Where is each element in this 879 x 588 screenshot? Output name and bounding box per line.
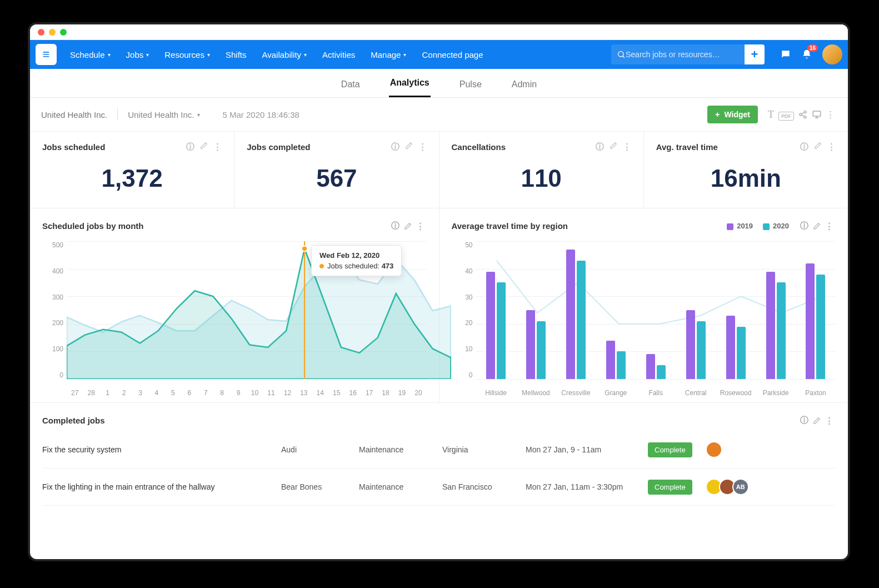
chart-title: Scheduled jobs by month — [42, 221, 144, 231]
info-icon[interactable]: ⓘ — [798, 413, 811, 428]
edit-icon[interactable] — [811, 415, 823, 427]
nav-schedule[interactable]: Schedule▾ — [63, 46, 117, 64]
bar[interactable] — [537, 321, 546, 379]
nav-activities[interactable]: Activities — [316, 46, 362, 64]
bar[interactable] — [697, 321, 706, 379]
tab-pulse[interactable]: Pulse — [458, 72, 483, 97]
nav-availability[interactable]: Availability▾ — [255, 46, 313, 64]
nav-jobs[interactable]: Jobs▾ — [119, 46, 156, 64]
bar-group — [676, 241, 716, 379]
tab-analytics[interactable]: Analytics — [389, 70, 431, 97]
bar[interactable] — [577, 261, 586, 379]
context-dropdown[interactable]: United Health Inc. ▾ — [128, 110, 200, 119]
more-icon[interactable]: ⋮ — [623, 142, 631, 152]
tab-admin[interactable]: Admin — [511, 72, 538, 97]
bar[interactable] — [606, 341, 615, 379]
search-icon — [617, 50, 626, 59]
bar[interactable] — [526, 310, 535, 379]
more-icon[interactable]: ⋮ — [213, 142, 222, 152]
edit-icon[interactable] — [814, 142, 822, 152]
legend-item[interactable]: 2020 — [763, 222, 789, 230]
info-icon[interactable]: ⓘ — [389, 218, 402, 233]
edit-icon[interactable] — [200, 142, 208, 152]
chevron-down-icon: ▾ — [403, 52, 406, 58]
more-icon[interactable]: ⋮ — [418, 142, 427, 152]
share-icon[interactable] — [796, 108, 810, 121]
kpi-card: Avg. travel time ⓘ ⋮ 16min — [644, 132, 848, 208]
top-nav: ≡ Schedule▾Jobs▾Resources▾ShiftsAvailabi… — [30, 40, 848, 69]
job-time: Mon 27 Jan, 11am - 3:30pm — [526, 482, 648, 491]
complete-button[interactable]: Complete — [648, 442, 692, 457]
svg-point-3 — [804, 116, 806, 118]
bar[interactable] — [566, 250, 575, 379]
info-icon[interactable]: ⓘ — [596, 142, 604, 152]
assignee-avatar[interactable]: AB — [732, 479, 749, 495]
bar-group — [596, 241, 636, 379]
complete-button[interactable]: Complete — [648, 480, 692, 495]
section-title: Completed jobs — [42, 416, 105, 425]
kpi-label: Avg. travel time — [656, 142, 718, 152]
legend-item[interactable]: 2019 — [727, 222, 753, 230]
chat-icon[interactable] — [780, 49, 791, 60]
user-avatar[interactable] — [822, 44, 842, 64]
bar[interactable] — [686, 310, 695, 379]
bar[interactable] — [486, 272, 495, 379]
add-button[interactable]: + — [745, 44, 765, 64]
close-window-icon[interactable] — [38, 29, 44, 36]
kpi-value: 567 — [247, 165, 426, 192]
minimize-window-icon[interactable] — [49, 29, 56, 36]
page-tabs: DataAnalyticsPulseAdmin — [30, 69, 848, 98]
info-icon[interactable]: ⓘ — [186, 142, 194, 152]
assignee-avatar[interactable] — [706, 441, 722, 458]
bar-group — [516, 241, 556, 379]
more-icon[interactable]: ⋮ — [823, 413, 836, 428]
bar[interactable] — [777, 282, 786, 379]
svg-point-6 — [302, 246, 307, 251]
pdf-export-icon[interactable]: PDF — [776, 108, 796, 122]
edit-icon[interactable] — [402, 220, 414, 232]
info-icon[interactable]: ⓘ — [391, 142, 399, 152]
nav-connected-page[interactable]: Connected page — [415, 46, 490, 64]
bar[interactable] — [646, 354, 655, 379]
chevron-down-icon: ▾ — [197, 112, 200, 118]
bar[interactable] — [497, 282, 506, 379]
bar[interactable] — [737, 327, 746, 379]
bar[interactable] — [657, 365, 666, 379]
completed-jobs-section: Completed jobs ⓘ ⋮ Fix the security syst… — [30, 403, 848, 516]
more-icon[interactable]: ⋮ — [414, 219, 427, 233]
bar[interactable] — [806, 263, 815, 379]
bar[interactable] — [766, 272, 775, 379]
bar[interactable] — [726, 316, 735, 379]
nav-manage[interactable]: Manage▾ — [364, 46, 413, 64]
more-icon[interactable]: ⋮ — [823, 219, 836, 233]
text-tool-icon[interactable]: T — [766, 107, 776, 123]
bar[interactable] — [617, 351, 626, 379]
maximize-window-icon[interactable] — [60, 29, 67, 36]
app-logo[interactable]: ≡ — [36, 44, 57, 65]
info-icon[interactable]: ⓘ — [800, 142, 808, 152]
edit-icon[interactable] — [610, 142, 617, 152]
display-icon[interactable] — [810, 107, 824, 122]
info-icon[interactable]: ⓘ — [798, 218, 811, 233]
nav-shifts[interactable]: Shifts — [219, 46, 253, 64]
job-type: Maintenance — [359, 445, 442, 454]
more-icon[interactable]: ⋮ — [827, 142, 836, 152]
add-widget-button[interactable]: + Widget — [707, 106, 758, 123]
job-location: Virginia — [442, 445, 526, 454]
bar[interactable] — [816, 275, 825, 379]
kpi-label: Cancellations — [452, 142, 506, 152]
job-row[interactable]: Fix the lighting in the main entrance of… — [42, 469, 836, 506]
bell-icon[interactable]: 16 — [801, 49, 812, 60]
more-icon[interactable]: ⋮ — [824, 107, 837, 122]
chevron-down-icon: ▾ — [108, 52, 111, 58]
kpi-value: 16min — [656, 165, 836, 192]
nav-resources[interactable]: Resources▾ — [158, 46, 217, 64]
bar-group — [556, 241, 596, 379]
edit-icon[interactable] — [811, 220, 823, 232]
search-input[interactable] — [626, 50, 739, 59]
job-row[interactable]: Fix the security system Audi Maintenance… — [42, 431, 836, 469]
tab-data[interactable]: Data — [340, 72, 361, 97]
edit-icon[interactable] — [405, 142, 413, 152]
job-client: Audi — [281, 445, 359, 454]
chevron-down-icon: ▾ — [146, 52, 149, 58]
